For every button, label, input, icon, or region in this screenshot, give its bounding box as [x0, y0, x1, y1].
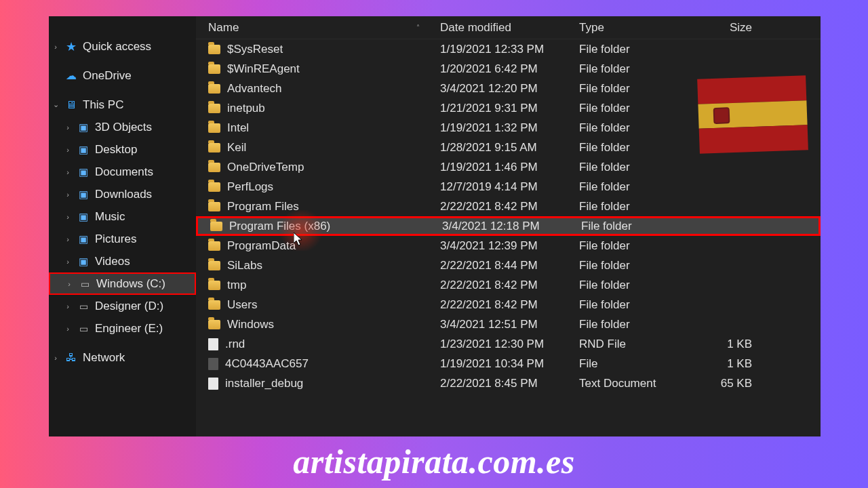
file-name: 4C0443AAC657: [225, 357, 309, 371]
sidebar-item-folder[interactable]: ›▣Pictures: [49, 228, 196, 250]
column-header-date[interactable]: Date modified: [440, 21, 579, 35]
folder-row[interactable]: tmp 2/22/2021 8:42 PM File folder: [196, 275, 821, 295]
file-date: 1/19/2021 10:34 PM: [440, 357, 579, 371]
folder-icon: [210, 222, 222, 231]
column-label: Name: [208, 21, 239, 35]
file-name: ProgramData: [227, 239, 296, 253]
file-name: Program Files: [227, 200, 299, 214]
sidebar-label: Music: [95, 210, 196, 224]
file-name: installer_debug: [225, 377, 303, 390]
file-type: File folder: [579, 298, 691, 312]
file-name: SiLabs: [227, 259, 262, 272]
chevron-right-icon: ›: [65, 280, 73, 288]
folder-row[interactable]: Program Files (x86) 3/4/2021 12:18 PM Fi…: [196, 216, 821, 236]
file-name: PerfLogs: [227, 180, 273, 194]
file-date: 3/4/2021 12:51 PM: [440, 318, 579, 331]
sidebar-label: Downloads: [95, 188, 196, 201]
folder-row[interactable]: $WinREAgent 1/20/2021 6:42 PM File folde…: [196, 59, 821, 79]
file-name: .rnd: [225, 338, 245, 351]
column-label: Size: [730, 21, 752, 34]
file-type: File folder: [579, 141, 691, 155]
file-name: Program Files (x86): [229, 220, 330, 233]
column-label: Date modified: [440, 21, 511, 34]
folder-row[interactable]: Windows 3/4/2021 12:51 PM File folder: [196, 314, 821, 334]
sidebar-label: Network: [83, 351, 196, 365]
sidebar-item-folder[interactable]: ›▣Music: [49, 205, 196, 228]
sidebar-item-folder[interactable]: ›▣Videos: [49, 250, 196, 272]
folder-icon: [208, 320, 220, 329]
sidebar-label: Videos: [95, 255, 196, 268]
folder-icon: [208, 143, 220, 152]
folder-icon: [208, 241, 220, 251]
sidebar-label: Documents: [95, 165, 196, 179]
folder-icon: ▣: [76, 187, 91, 202]
file-row[interactable]: installer_debug 2/22/2021 8:45 PM Text D…: [196, 373, 821, 393]
folder-row[interactable]: $SysReset 1/19/2021 12:33 PM File folder: [196, 39, 821, 59]
network-icon: 🖧: [64, 350, 79, 365]
file-size: 65 KB: [691, 377, 766, 390]
sidebar-label: Pictures: [95, 232, 196, 246]
folder-icon: [208, 281, 220, 290]
file-icon: [208, 358, 218, 370]
file-name: Users: [227, 298, 257, 312]
file-type: RND File: [579, 338, 691, 351]
sidebar-label: Desktop: [95, 143, 196, 157]
file-row[interactable]: .rnd 1/23/2021 12:30 PM RND File 1 KB: [196, 334, 821, 354]
chevron-right-icon: ›: [64, 235, 72, 243]
sidebar-item-drive[interactable]: ›▭Designer (D:): [49, 295, 196, 317]
file-name: tmp: [227, 279, 246, 292]
sidebar-item-folder[interactable]: ›▣Documents: [49, 161, 196, 183]
star-icon: ★: [64, 39, 79, 54]
file-type: File folder: [579, 180, 691, 194]
file-type: File folder: [579, 62, 691, 76]
column-header-size[interactable]: Size: [691, 21, 766, 35]
folder-icon: ▣: [76, 254, 91, 269]
column-header-type[interactable]: Type: [579, 21, 691, 35]
file-row[interactable]: 4C0443AAC657 1/19/2021 10:34 PM File 1 K…: [196, 354, 821, 373]
sidebar-item-drive[interactable]: ›▭Windows (C:): [49, 272, 196, 295]
file-name: inetpub: [227, 102, 265, 115]
folder-row[interactable]: PerfLogs 12/7/2019 4:14 PM File folder: [196, 177, 821, 197]
sidebar-label: Quick access: [83, 40, 196, 54]
sidebar-item-onedrive[interactable]: ☁ OneDrive: [49, 64, 196, 87]
chevron-down-icon: ⌄: [52, 100, 60, 109]
sidebar-label: 3D Objects: [95, 121, 196, 134]
file-date: 2/22/2021 8:44 PM: [440, 259, 579, 272]
folder-icon: ▣: [76, 142, 91, 157]
file-date: 1/23/2021 12:30 PM: [440, 338, 579, 351]
drive-icon: ▭: [77, 277, 92, 291]
file-type: File folder: [579, 200, 691, 214]
drive-icon: ▭: [76, 321, 91, 336]
sidebar-item-folder[interactable]: ›▣Downloads: [49, 183, 196, 205]
sidebar-item-folder[interactable]: ›▣3D Objects: [49, 116, 196, 138]
folder-row[interactable]: Users 2/22/2021 8:42 PM File folder: [196, 295, 821, 314]
file-date: 3/4/2021 12:18 PM: [442, 220, 581, 233]
sidebar-label: OneDrive: [83, 69, 196, 83]
file-date: 2/22/2021 8:45 PM: [440, 377, 579, 390]
file-type: File folder: [579, 279, 691, 292]
file-type: File folder: [579, 121, 691, 135]
folder-row[interactable]: SiLabs 2/22/2021 8:44 PM File folder: [196, 256, 821, 275]
file-icon: [208, 378, 218, 390]
folder-icon: ▣: [76, 209, 91, 224]
chevron-right-icon: ›: [64, 123, 72, 131]
file-icon: [208, 338, 218, 350]
chevron-right-icon: ›: [64, 258, 72, 266]
sidebar-item-drive[interactable]: ›▭Engineer (E:): [49, 317, 196, 340]
folder-icon: [208, 45, 220, 54]
file-type: File: [579, 357, 691, 371]
folder-row[interactable]: ProgramData 3/4/2021 12:39 PM File folde…: [196, 236, 821, 256]
file-type: File folder: [581, 220, 693, 233]
drive-icon: ▭: [76, 299, 91, 314]
sidebar-item-folder[interactable]: ›▣Desktop: [49, 138, 196, 161]
folder-row[interactable]: OneDriveTemp 1/19/2021 1:46 PM File fold…: [196, 157, 821, 177]
sidebar-item-quick-access[interactable]: › ★ Quick access: [49, 35, 196, 58]
sidebar-item-network[interactable]: › 🖧 Network: [49, 346, 196, 369]
file-date: 3/4/2021 12:20 PM: [440, 82, 579, 96]
folder-icon: [208, 84, 220, 94]
folder-row[interactable]: Program Files 2/22/2021 8:42 PM File fol…: [196, 197, 821, 216]
file-type: File folder: [579, 239, 691, 253]
sidebar-item-this-pc[interactable]: ⌄ 🖥 This PC: [49, 94, 196, 116]
column-header-name[interactable]: Name ˄: [196, 21, 440, 35]
folder-icon: [208, 300, 220, 310]
